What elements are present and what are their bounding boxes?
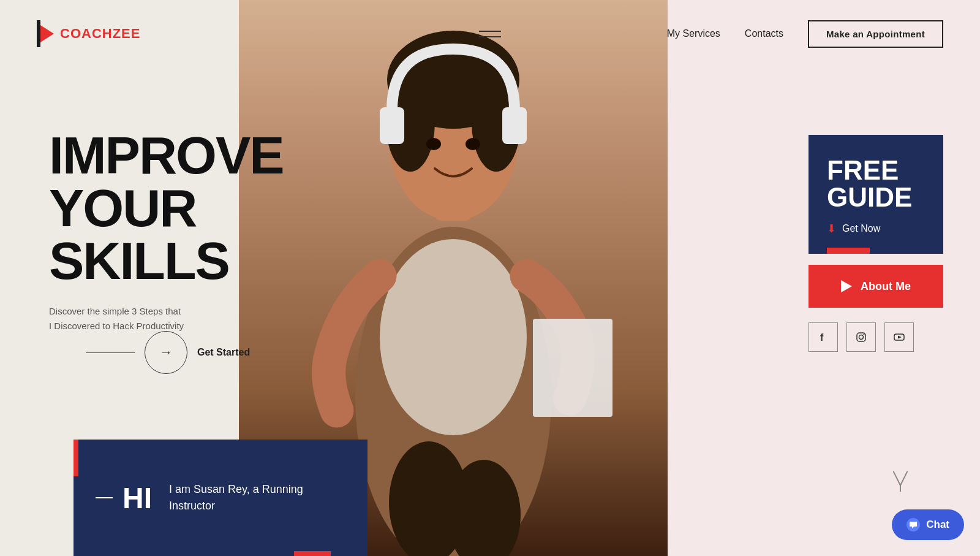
svg-point-36 (864, 334, 865, 335)
hero-subtext: Discover the simple 3 Steps that I Disco… (49, 304, 221, 333)
svg-rect-25 (502, 107, 527, 144)
appointment-button[interactable]: Make an Appointment (808, 20, 943, 48)
svg-rect-31 (37, 20, 40, 47)
hi-description: I am Susan Rey, a Running Instructor (169, 481, 303, 514)
svg-point-35 (859, 335, 864, 340)
hi-label: HI (96, 481, 152, 515)
hi-line (96, 497, 113, 498)
chat-bubble-icon (907, 518, 920, 531)
svg-point-18 (380, 239, 527, 435)
free-guide-card: FREE GUIDE ⬇ Get Now (809, 135, 943, 254)
svg-marker-32 (40, 25, 54, 42)
svg-point-30 (466, 138, 480, 150)
svg-marker-38 (898, 336, 902, 339)
svg-rect-24 (380, 107, 404, 144)
svg-point-29 (426, 138, 441, 150)
scroll-down-arrow[interactable] (888, 468, 913, 495)
youtube-icon[interactable] (884, 322, 914, 352)
right-panel: FREE GUIDE ⬇ Get Now About Me f (809, 135, 943, 352)
nav-contacts[interactable]: Contacts (745, 28, 783, 39)
cta-arrow-circle: → (145, 331, 187, 374)
svg-rect-28 (533, 319, 612, 417)
svg-text:f: f (820, 332, 824, 343)
hamburger-line-1 (479, 31, 501, 32)
logo[interactable]: COACHZEE (37, 20, 140, 47)
logo-wordmark: COACHZEE (60, 26, 140, 42)
about-me-button[interactable]: About Me (809, 265, 943, 308)
nav-my-services[interactable]: My Services (667, 28, 720, 39)
play-icon (841, 280, 852, 292)
instagram-icon[interactable] (846, 322, 876, 352)
cta-label: Get Started (197, 346, 250, 359)
get-started-cta[interactable]: → Get Started (86, 331, 250, 374)
main-layout: COACHZEE My Services Contacts Make an Ap… (0, 0, 980, 556)
nav: My Services Contacts Make an Appointment (667, 20, 943, 48)
hamburger-line-2 (479, 36, 501, 37)
download-icon: ⬇ (827, 222, 836, 235)
get-now-button[interactable]: ⬇ Get Now (827, 222, 925, 248)
cta-line (86, 352, 135, 353)
headline: IMPROVE YOUR SKILLS Discover the simple … (49, 129, 284, 333)
chat-button[interactable]: Chat (892, 509, 964, 540)
red-bar-accent (827, 248, 870, 254)
hamburger-menu[interactable] (479, 31, 501, 37)
logo-icon (37, 20, 56, 47)
facebook-icon[interactable]: f (809, 322, 838, 352)
hi-greeting: HI (123, 481, 152, 515)
social-icons: f (809, 322, 914, 352)
hi-card: HI I am Susan Rey, a Running Instructor (74, 440, 368, 556)
header: COACHZEE My Services Contacts Make an Ap… (0, 0, 980, 67)
free-guide-title: FREE GUIDE (827, 157, 925, 211)
headline-text: IMPROVE YOUR SKILLS (49, 129, 284, 287)
